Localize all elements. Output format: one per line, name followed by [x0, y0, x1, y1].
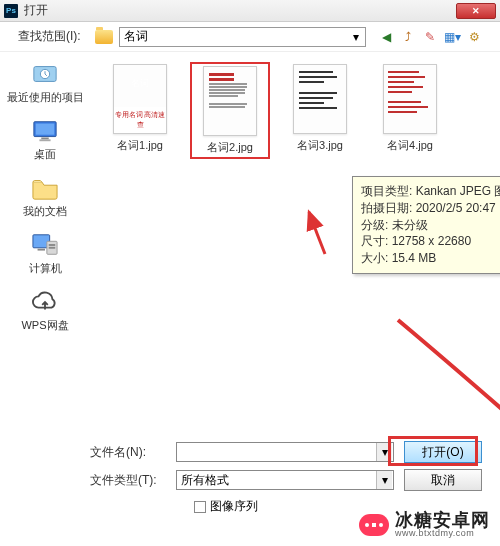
file-name: 名词2.jpg: [207, 140, 253, 155]
bottom-panel: 文件名(N): ▾ 打开(O) 文件类型(T): 所有格式 ▾ 取消 图像序列: [0, 432, 500, 519]
thumb-title: 名词: [114, 65, 166, 90]
cancel-button[interactable]: 取消: [404, 469, 482, 491]
places-sidebar: 最近使用的项目 桌面 我的文档 计算机 WPS网盘: [0, 52, 90, 432]
recent-icon: [28, 60, 62, 88]
sidebar-item-documents[interactable]: 我的文档: [23, 174, 67, 219]
folder-icon: [95, 30, 113, 44]
file-tooltip: 项目类型: Kankan JPEG 图像 拍摄日期: 2020/2/5 20:4…: [352, 176, 500, 274]
cloud-icon: [28, 288, 62, 316]
documents-icon: [28, 174, 62, 202]
file-thumbnail: [383, 64, 437, 134]
computer-icon: [28, 231, 62, 259]
sidebar-item-label: 我的文档: [23, 204, 67, 219]
svg-rect-9: [49, 244, 56, 246]
sidebar-item-label: WPS网盘: [21, 318, 68, 333]
file-thumbnail: [293, 64, 347, 134]
file-pane: 名词 专用名词 高清速查 名词1.jpg 名词2.jpg: [90, 52, 500, 432]
chevron-down-icon[interactable]: ▾: [376, 471, 392, 489]
checkbox-label: 图像序列: [210, 498, 258, 515]
sidebar-item-label: 计算机: [29, 261, 62, 276]
watermark-icon: [359, 514, 389, 536]
up-icon[interactable]: ⤴: [400, 29, 416, 45]
file-item[interactable]: 名词4.jpg: [370, 62, 450, 159]
app-icon: Ps: [4, 4, 18, 18]
new-folder-icon[interactable]: ✎: [422, 29, 438, 45]
file-name: 名词3.jpg: [297, 138, 343, 153]
sidebar-item-label: 最近使用的项目: [7, 90, 84, 105]
watermark-text-cn: 冰糖安卓网: [395, 511, 490, 529]
chevron-down-icon[interactable]: ▾: [376, 443, 392, 461]
svg-rect-5: [39, 139, 50, 141]
lookin-dropdown[interactable]: 名词 ▾: [119, 27, 366, 47]
titlebar: Ps 打开 ✕: [0, 0, 500, 22]
sidebar-item-wps[interactable]: WPS网盘: [21, 288, 68, 333]
view-menu-icon[interactable]: ▦▾: [444, 29, 460, 45]
svg-rect-3: [36, 124, 55, 135]
filename-input[interactable]: ▾: [176, 442, 394, 462]
thumb-sub: 专用名词 高清速查: [114, 107, 166, 133]
desktop-icon: [28, 117, 62, 145]
nav-toolbar: ◀ ⤴ ✎ ▦▾ ⚙: [378, 29, 482, 45]
svg-rect-10: [49, 247, 56, 249]
filetype-value: 所有格式: [181, 472, 229, 489]
file-name: 名词4.jpg: [387, 138, 433, 153]
svg-rect-4: [41, 138, 48, 140]
lookin-value: 名词: [124, 28, 148, 45]
open-button[interactable]: 打开(O): [404, 441, 482, 463]
tooltip-line: 项目类型: Kankan JPEG 图像: [361, 183, 500, 200]
tooltip-line: 分级: 未分级: [361, 217, 500, 234]
svg-rect-7: [38, 249, 45, 251]
file-item[interactable]: 名词3.jpg: [280, 62, 360, 159]
annotation-arrow-small: [297, 204, 337, 264]
image-sequence-checkbox[interactable]: [194, 501, 206, 513]
filetype-label: 文件类型(T):: [90, 472, 166, 489]
filetype-dropdown[interactable]: 所有格式 ▾: [176, 470, 394, 490]
window-title: 打开: [24, 2, 456, 19]
tooltip-line: 拍摄日期: 2020/2/5 20:47: [361, 200, 500, 217]
filename-label: 文件名(N):: [90, 444, 166, 461]
tooltip-line: 尺寸: 12758 x 22680: [361, 233, 500, 250]
file-thumbnail: 名词 专用名词 高清速查: [113, 64, 167, 134]
file-thumbnail: [203, 66, 257, 136]
file-item-selected[interactable]: 名词2.jpg: [190, 62, 270, 159]
tooltip-line: 大小: 15.4 MB: [361, 250, 500, 267]
lookin-row: 查找范围(I): 名词 ▾ ◀ ⤴ ✎ ▦▾ ⚙: [0, 22, 500, 52]
close-button[interactable]: ✕: [456, 3, 496, 19]
sidebar-item-computer[interactable]: 计算机: [28, 231, 62, 276]
sidebar-item-recent[interactable]: 最近使用的项目: [7, 60, 84, 105]
file-name: 名词1.jpg: [117, 138, 163, 153]
lookin-label: 查找范围(I):: [18, 28, 81, 45]
chevron-down-icon: ▾: [349, 29, 363, 45]
content-area: 最近使用的项目 桌面 我的文档 计算机 WPS网盘: [0, 52, 500, 432]
sidebar-item-desktop[interactable]: 桌面: [28, 117, 62, 162]
back-icon[interactable]: ◀: [378, 29, 394, 45]
sidebar-item-label: 桌面: [34, 147, 56, 162]
watermark: 冰糖安卓网 www.btxtdmy.com: [359, 511, 490, 538]
watermark-text-en: www.btxtdmy.com: [395, 529, 490, 538]
file-item[interactable]: 名词 专用名词 高清速查 名词1.jpg: [100, 62, 180, 159]
settings-icon[interactable]: ⚙: [466, 29, 482, 45]
